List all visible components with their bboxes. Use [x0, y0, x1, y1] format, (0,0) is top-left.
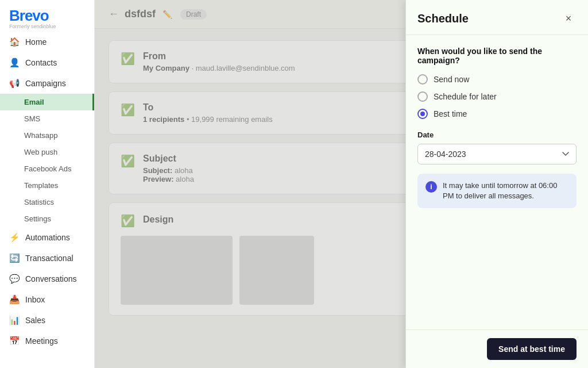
sidebar-item-inbox[interactable]: 📥 Inbox [0, 289, 94, 310]
logo: Brevo Formerly sendinblue [0, 0, 94, 32]
automations-icon: ⚡ [9, 232, 20, 243]
radio-circle-best-time [417, 109, 428, 119]
date-section: Date 28-04-2023 [417, 131, 577, 164]
sidebar-sub-item-facebook-ads[interactable]: Facebook Ads [0, 160, 94, 177]
info-text: It may take until tomorrow at 06:00 PM t… [443, 181, 568, 201]
sidebar-item-label: Home [25, 37, 47, 47]
panel-footer: Send at best time [406, 329, 588, 368]
date-label: Date [417, 131, 577, 139]
info-icon: i [425, 181, 437, 193]
send-best-time-button[interactable]: Send at best time [487, 338, 577, 360]
sidebar-sub-item-statistics[interactable]: Statistics [0, 194, 94, 210]
close-button[interactable]: × [560, 10, 577, 26]
sidebar-item-label: Conversations [25, 274, 77, 283]
panel-title: Schedule [417, 12, 469, 25]
date-select[interactable]: 28-04-2023 [417, 144, 577, 164]
sidebar-item-meetings[interactable]: 📅 Meetings [0, 331, 94, 351]
sidebar-item-contacts[interactable]: 👤 Contacts [0, 52, 94, 73]
sidebar-item-home[interactable]: 🏠 Home [0, 32, 94, 52]
sidebar-item-campaigns[interactable]: 📢 Campaigns [0, 73, 94, 94]
sidebar-item-transactional[interactable]: 🔄 Transactional [0, 248, 94, 269]
panel-header: Schedule × [406, 0, 588, 35]
sidebar-item-automations[interactable]: ⚡ Automations [0, 227, 94, 248]
sidebar-item-label: Meetings [25, 336, 58, 346]
sidebar-sub-item-web-push[interactable]: Web push [0, 144, 94, 160]
campaigns-icon: 📢 [9, 78, 20, 89]
sidebar-nav: 🏠 Home 👤 Contacts 📢 Campaigns Email SMS … [0, 32, 94, 368]
schedule-panel: Schedule × When would you like to send t… [405, 0, 588, 368]
radio-group: Send now Schedule for later Best time [417, 74, 577, 119]
sidebar-sub-item-whatsapp[interactable]: Whatsapp [0, 127, 94, 144]
contacts-icon: 👤 [9, 57, 20, 68]
radio-circle-schedule-later [417, 91, 428, 102]
info-box: i It may take until tomorrow at 06:00 PM… [417, 174, 577, 208]
sidebar-sub-item-sms[interactable]: SMS [0, 110, 94, 127]
sidebar-item-sales[interactable]: 📊 Sales [0, 310, 94, 331]
radio-send-now[interactable]: Send now [417, 74, 577, 85]
sidebar-sub-item-templates[interactable]: Templates [0, 177, 94, 194]
sidebar-item-label: Inbox [25, 295, 45, 304]
inbox-icon: 📥 [9, 294, 20, 305]
transactional-icon: 🔄 [9, 253, 20, 263]
logo-text: Brevo [9, 8, 85, 23]
sidebar-item-label: Contacts [25, 58, 57, 67]
sidebar-sub-item-email[interactable]: Email [0, 94, 94, 110]
schedule-question: When would you like to send the campaign… [417, 47, 577, 65]
main-content: ← dsfdsf ✏️ Draft ✅ From My Company · ma… [95, 0, 588, 368]
sales-icon: 📊 [9, 315, 20, 325]
radio-label-best-time: Best time [434, 109, 467, 118]
radio-best-time[interactable]: Best time [417, 109, 577, 119]
sidebar-sub-item-settings[interactable]: Settings [0, 210, 94, 227]
sidebar-item-conversations[interactable]: 💬 Conversations [0, 269, 94, 289]
radio-circle-send-now [417, 74, 428, 85]
conversations-icon: 💬 [9, 274, 20, 284]
sidebar: Brevo Formerly sendinblue 🏠 Home 👤 Conta… [0, 0, 95, 368]
sidebar-item-label: Campaigns [25, 79, 66, 88]
logo-subtitle: Formerly sendinblue [9, 24, 85, 29]
radio-label-schedule-later: Schedule for later [434, 92, 497, 101]
sidebar-item-label: Transactional [25, 254, 74, 263]
sidebar-item-label: Automations [25, 233, 70, 242]
radio-schedule-later[interactable]: Schedule for later [417, 91, 577, 102]
radio-label-send-now: Send now [434, 75, 469, 84]
home-icon: 🏠 [9, 37, 20, 47]
meetings-icon: 📅 [9, 336, 20, 346]
sidebar-item-label: Sales [25, 316, 45, 325]
panel-body: When would you like to send the campaign… [406, 35, 588, 329]
